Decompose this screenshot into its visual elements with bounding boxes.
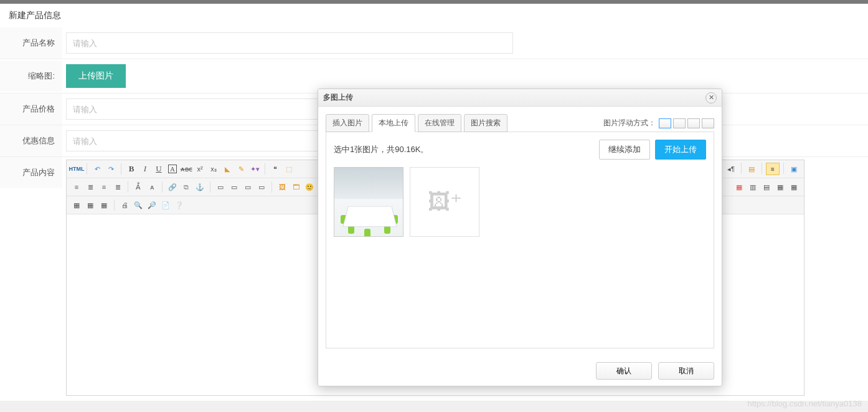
start-upload-button[interactable]: 开始上传 bbox=[655, 140, 706, 160]
print-icon[interactable]: 🖨 bbox=[118, 199, 131, 211]
float-mode-label: 图片浮动方式： bbox=[603, 118, 656, 128]
separator bbox=[87, 163, 87, 175]
page-title: 新建产品信息 bbox=[0, 4, 868, 27]
align-left-icon[interactable]: ≡ bbox=[70, 181, 83, 193]
tab-image-search[interactable]: 图片搜索 bbox=[464, 114, 507, 132]
table-merge-icon[interactable]: ▦ bbox=[788, 181, 800, 193]
label-content: 产品内容 bbox=[0, 157, 62, 188]
dialog-footer: 确认 取消 bbox=[318, 356, 722, 386]
add-image-placeholder-icon: 🖼⁺ bbox=[428, 189, 462, 215]
watermark: https://blog.csdn.net/tianya0138 bbox=[747, 399, 862, 408]
layout-icon[interactable]: ▣ bbox=[788, 163, 800, 175]
format-brush-icon[interactable]: ✎ bbox=[235, 163, 247, 175]
float-mode-default-icon[interactable] bbox=[659, 118, 671, 128]
separator bbox=[265, 163, 265, 175]
separator bbox=[762, 163, 762, 174]
upload-thumbnail-button[interactable]: 上传图片 bbox=[66, 64, 126, 88]
upload-status-row: 选中1张图片，共90.16K。 继续添加 开始上传 bbox=[334, 140, 706, 160]
bold-icon[interactable]: B bbox=[125, 163, 138, 175]
dialog-header[interactable]: 多图上传 ✕ bbox=[318, 89, 722, 107]
table2-icon[interactable]: ▦ bbox=[84, 199, 97, 211]
close-icon[interactable]: ✕ bbox=[705, 92, 717, 103]
superscript-icon[interactable]: x² bbox=[194, 163, 206, 175]
paint-icon[interactable]: ✦▾ bbox=[248, 163, 261, 175]
label-thumbnail: 缩略图: bbox=[0, 60, 62, 92]
link-icon[interactable]: 🔗 bbox=[166, 181, 179, 193]
font-dec-icon[interactable]: ᴀ bbox=[146, 181, 158, 193]
align-right-icon[interactable]: ≡ bbox=[98, 181, 110, 193]
emotion-icon[interactable]: 🗔 bbox=[290, 181, 302, 193]
table-cols-icon[interactable]: ▤ bbox=[760, 181, 773, 193]
align-justify-icon[interactable]: ≣ bbox=[111, 181, 124, 193]
image-left-icon[interactable]: ▭ bbox=[214, 181, 227, 193]
dialog-tabs: 插入图片 本地上传 在线管理 图片搜索 bbox=[326, 114, 507, 132]
anchor-icon[interactable]: ⚓ bbox=[194, 181, 206, 193]
tab-local-upload[interactable]: 本地上传 bbox=[372, 114, 415, 132]
label-price: 产品价格 bbox=[0, 93, 62, 125]
dialog-body: 插入图片 本地上传 在线管理 图片搜索 图片浮动方式： 选中1张图片，共90.1… bbox=[318, 107, 722, 356]
float-mode-left-icon[interactable] bbox=[673, 118, 686, 128]
upload-status-text: 选中1张图片，共90.16K。 bbox=[334, 144, 428, 155]
separator bbox=[162, 181, 163, 193]
product-name-input[interactable] bbox=[66, 32, 513, 54]
date-icon[interactable]: 📄 bbox=[159, 199, 172, 211]
indent-icon[interactable]: ▤ bbox=[745, 163, 758, 175]
float-mode-right-icon[interactable] bbox=[687, 118, 700, 128]
table-rows-icon[interactable]: ▥ bbox=[747, 181, 759, 193]
table1-icon[interactable]: ▦ bbox=[70, 199, 83, 211]
row-product-name: 产品名称 bbox=[0, 27, 868, 59]
image-center-icon[interactable]: ▭ bbox=[242, 181, 254, 193]
rowspacing-icon[interactable]: ≡ bbox=[766, 163, 780, 175]
unlink-icon[interactable]: ⧉ bbox=[180, 181, 192, 193]
confirm-button[interactable]: 确认 bbox=[596, 362, 652, 380]
image-right-icon[interactable]: ▭ bbox=[228, 181, 240, 193]
font-inc-icon[interactable]: A̐ bbox=[132, 181, 144, 193]
separator bbox=[121, 163, 121, 175]
fontfamily-icon[interactable]: ⬚ bbox=[283, 163, 295, 175]
align-center-icon[interactable]: ≣ bbox=[84, 181, 97, 193]
preview-icon[interactable]: 🔍 bbox=[132, 199, 144, 211]
table3-icon[interactable]: ▦ bbox=[98, 199, 110, 211]
continue-add-button[interactable]: 继续添加 bbox=[599, 140, 650, 160]
source-html-icon[interactable]: HTML bbox=[70, 163, 83, 175]
italic-icon[interactable]: I bbox=[139, 163, 151, 175]
add-image-button[interactable]: 🖼⁺ bbox=[410, 167, 479, 237]
tab-insert-image[interactable]: 插入图片 bbox=[326, 114, 369, 132]
multi-image-upload-dialog: 多图上传 ✕ 插入图片 本地上传 在线管理 图片搜索 图片浮动方式： 选中1张图… bbox=[318, 89, 722, 386]
separator bbox=[741, 163, 742, 174]
direction-rtl-icon[interactable]: ◂¶ bbox=[725, 163, 737, 175]
upload-content-box: 选中1张图片，共90.16K。 继续添加 开始上传 🖼⁺ bbox=[326, 132, 714, 348]
dialog-tab-row: 插入图片 本地上传 在线管理 图片搜索 图片浮动方式： bbox=[326, 114, 714, 132]
cancel-button[interactable]: 取消 bbox=[658, 362, 714, 380]
table-props-icon[interactable]: ▦ bbox=[774, 181, 786, 193]
float-mode-center-icon[interactable] bbox=[702, 118, 714, 128]
label-promo: 优惠信息 bbox=[0, 125, 62, 156]
toolbar-row2-right: ▦ ▥ ▤ ▦ ▦ bbox=[733, 181, 800, 193]
separator bbox=[783, 163, 784, 174]
tab-online-manage[interactable]: 在线管理 bbox=[418, 114, 461, 132]
insert-image-icon[interactable]: 🖼 bbox=[276, 181, 288, 193]
underline-icon[interactable]: U bbox=[153, 163, 165, 175]
separator bbox=[114, 199, 115, 211]
eraser-icon[interactable]: ◣ bbox=[221, 163, 234, 175]
smiley-icon[interactable]: 🙂 bbox=[303, 181, 316, 193]
help-icon[interactable]: ❔ bbox=[173, 199, 186, 211]
table-insert-icon[interactable]: ▦ bbox=[733, 181, 745, 193]
separator bbox=[271, 181, 272, 193]
thumbnail-item-1[interactable] bbox=[334, 167, 403, 237]
search-icon[interactable]: 🔎 bbox=[146, 199, 158, 211]
subscript-icon[interactable]: x₂ bbox=[207, 163, 220, 175]
strikethrough-icon[interactable]: ᴀʙᴄ bbox=[180, 163, 192, 175]
redo-icon[interactable]: ↷ bbox=[105, 163, 117, 175]
undo-icon[interactable]: ↶ bbox=[91, 163, 103, 175]
fontborder-icon[interactable]: A bbox=[166, 163, 179, 175]
image-none-icon[interactable]: ▭ bbox=[255, 181, 268, 193]
thumbnail-list: 🖼⁺ bbox=[334, 167, 706, 237]
blockquote-icon[interactable]: ❝ bbox=[269, 163, 281, 175]
toolbar-row1-right: ¶▸ ◂¶ ▤ ≡ ▣ bbox=[711, 163, 800, 175]
label-product-name: 产品名称 bbox=[0, 27, 62, 59]
float-mode-group: 图片浮动方式： bbox=[603, 118, 714, 128]
dialog-title: 多图上传 bbox=[323, 92, 353, 103]
thumbnail-image bbox=[334, 168, 403, 236]
separator bbox=[128, 181, 128, 193]
